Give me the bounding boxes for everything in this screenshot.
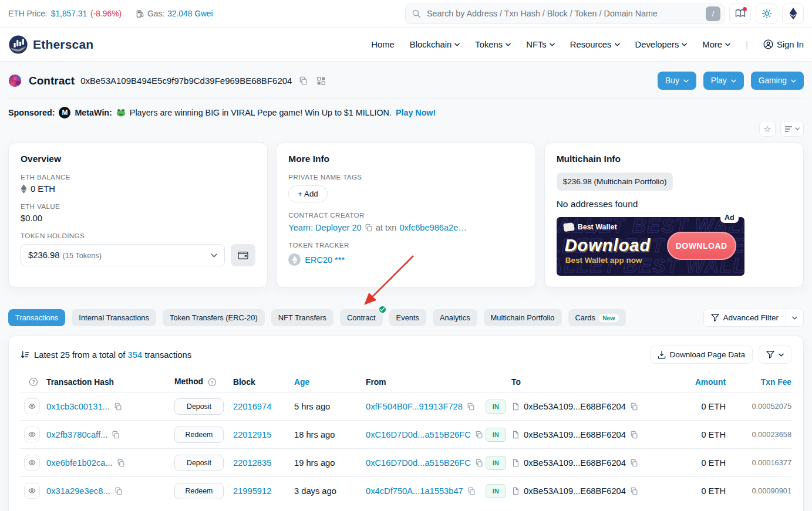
- txn-hash-link[interactable]: 0x1cb3c00131...: [46, 402, 110, 411]
- sign-in-button[interactable]: Sign In: [763, 39, 804, 49]
- copy-icon[interactable]: [630, 459, 638, 467]
- search-input[interactable]: [426, 8, 706, 19]
- block-link[interactable]: 22012835: [233, 458, 271, 468]
- token-holdings-label: TOKEN HOLDINGS: [21, 232, 255, 239]
- txn-hash-link[interactable]: 0xe6bfe1b02ca...: [46, 458, 113, 468]
- tab-cards[interactable]: Cards New: [568, 309, 626, 326]
- from-address-link[interactable]: 0xfF504B0F...91913F728: [366, 402, 463, 411]
- copy-icon[interactable]: [475, 431, 483, 439]
- block-link[interactable]: 22016974: [233, 402, 271, 411]
- overview-card: Overview ETH BALANCE 0 ETH ETH VALUE $0.…: [8, 143, 268, 287]
- from-address-link[interactable]: 0xC16D7D0d...a515B26FC: [366, 430, 471, 439]
- multichain-title: Multichain Info: [557, 154, 791, 164]
- nav-item-developers[interactable]: Developers: [635, 40, 688, 49]
- network-switch-button[interactable]: [782, 4, 804, 24]
- ad-banner[interactable]: WALLET BEST WALLET BEST WALLET BEST WALL…: [557, 217, 744, 276]
- new-badge: New: [599, 314, 619, 322]
- copy-icon[interactable]: [467, 487, 476, 495]
- buy-button[interactable]: Buy: [658, 72, 696, 90]
- copy-icon[interactable]: [112, 431, 120, 439]
- advanced-filter-caret[interactable]: [786, 309, 803, 326]
- search-bar[interactable]: /: [405, 4, 725, 24]
- creation-txn-link[interactable]: 0xfc6be986a2e…: [399, 223, 466, 232]
- col-fee-toggle[interactable]: Txn Fee: [726, 378, 791, 387]
- creator-link[interactable]: Yearn: Deployer 20: [288, 223, 361, 232]
- gaming-button[interactable]: Gaming: [751, 72, 804, 90]
- copy-icon[interactable]: [365, 224, 373, 232]
- download-page-data-button[interactable]: Download Page Data: [650, 346, 753, 364]
- tab-nft-transfers[interactable]: NFT Transfers: [271, 309, 333, 326]
- view-options-button[interactable]: [780, 121, 804, 137]
- contract-doc-icon: [511, 402, 520, 411]
- qr-grid-button[interactable]: [315, 75, 328, 86]
- table-filter-button[interactable]: [759, 346, 791, 364]
- col-amount-toggle[interactable]: Amount: [651, 378, 726, 387]
- nav-item-home[interactable]: Home: [371, 40, 394, 49]
- gas-value[interactable]: 32.048 Gwei: [167, 9, 213, 18]
- favorite-button[interactable]: ☆: [759, 121, 776, 137]
- contract-header: Contract 0xBe53A109B494E5c9f97b9Cd39Fe96…: [8, 62, 804, 99]
- block-link[interactable]: 21995912: [233, 486, 271, 496]
- tab-token-transfers[interactable]: Token Transfers (ERC-20): [163, 309, 265, 326]
- nav-item-tokens[interactable]: Tokens: [475, 40, 511, 49]
- sponsored-cta-link[interactable]: Play Now!: [396, 108, 436, 117]
- nav-item-blockchain[interactable]: Blockchain: [410, 40, 460, 49]
- tab-transactions[interactable]: Transactions: [8, 309, 65, 326]
- help-icon[interactable]: [29, 377, 38, 387]
- txn-hash-link[interactable]: 0x2fb3780caff...: [46, 430, 107, 439]
- from-address-link[interactable]: 0xC16D7D0d...a515B26FC: [366, 458, 471, 468]
- to-address: 0xBe53A109...E68BF6204: [524, 402, 626, 411]
- play-button[interactable]: Play: [703, 72, 744, 90]
- copy-icon[interactable]: [117, 459, 125, 467]
- copy-icon[interactable]: [475, 459, 483, 467]
- token-tracker-link[interactable]: ERC20 ***: [305, 255, 345, 265]
- nav-item-more[interactable]: More: [702, 40, 730, 49]
- etherscan-logo[interactable]: Etherscan: [8, 35, 93, 55]
- knowledge-base-button[interactable]: [729, 4, 751, 24]
- multichain-portfolio-badge[interactable]: $236.98 (Multichain Portfolio): [557, 172, 673, 191]
- ad-download-button[interactable]: DOWNLOAD: [667, 232, 736, 260]
- multichain-card: Multichain Info $236.98 (Multichain Port…: [544, 143, 804, 287]
- help-icon[interactable]: [208, 378, 217, 387]
- direction-badge: IN: [486, 484, 506, 498]
- eth-price-value[interactable]: $1,857.31: [51, 9, 87, 18]
- from-address-link[interactable]: 0x4cDf750A...1a1553b47: [366, 486, 463, 496]
- page-title: Contract: [29, 75, 75, 87]
- tab-bar: Transactions Internal Transactions Token…: [8, 309, 804, 327]
- token-holdings-dropdown[interactable]: $236.98 (15 Tokens): [21, 244, 225, 266]
- theme-toggle-button[interactable]: [756, 4, 777, 24]
- funnel-icon: [766, 351, 774, 358]
- wallet-button[interactable]: [231, 244, 255, 266]
- preview-txn-button[interactable]: [24, 427, 40, 442]
- ad-label-badge: Ad: [720, 212, 739, 223]
- advanced-filter-button[interactable]: Advanced Filter: [704, 309, 786, 326]
- method-badge: Deposit: [174, 455, 224, 471]
- copy-icon[interactable]: [630, 402, 638, 411]
- preview-txn-button[interactable]: [24, 455, 40, 471]
- tab-contract[interactable]: Contract: [340, 309, 383, 326]
- preview-txn-button[interactable]: [24, 483, 40, 499]
- block-link[interactable]: 22012915: [233, 430, 271, 439]
- col-age-toggle[interactable]: Age: [294, 378, 366, 387]
- copy-icon[interactable]: [114, 487, 123, 495]
- copy-icon: [299, 76, 308, 85]
- token-tracker-label: TOKEN TRACKER: [288, 241, 523, 249]
- nav-item-nfts[interactable]: NFTs: [526, 40, 555, 49]
- preview-txn-button[interactable]: [24, 398, 40, 414]
- copy-icon[interactable]: [467, 402, 475, 411]
- txn-total-link[interactable]: 354: [128, 350, 143, 360]
- more-info-card: More Info PRIVATE NAME TAGS + Add CONTRA…: [276, 143, 535, 287]
- overview-title: Overview: [21, 154, 255, 164]
- copy-icon[interactable]: [630, 431, 638, 439]
- copy-icon[interactable]: [630, 487, 638, 495]
- add-name-tag-button[interactable]: + Add: [288, 185, 327, 202]
- tab-internal-transactions[interactable]: Internal Transactions: [72, 309, 156, 326]
- tab-analytics[interactable]: Analytics: [433, 309, 477, 326]
- nav-item-resources[interactable]: Resources: [570, 40, 620, 49]
- copy-address-button[interactable]: [297, 75, 310, 87]
- ad-headline: Download: [565, 236, 651, 255]
- tab-events[interactable]: Events: [389, 309, 426, 326]
- txn-hash-link[interactable]: 0x31a29e3ec8...: [46, 486, 110, 496]
- tab-multichain-portfolio[interactable]: Multichain Portfolio: [484, 309, 562, 326]
- copy-icon[interactable]: [114, 402, 122, 411]
